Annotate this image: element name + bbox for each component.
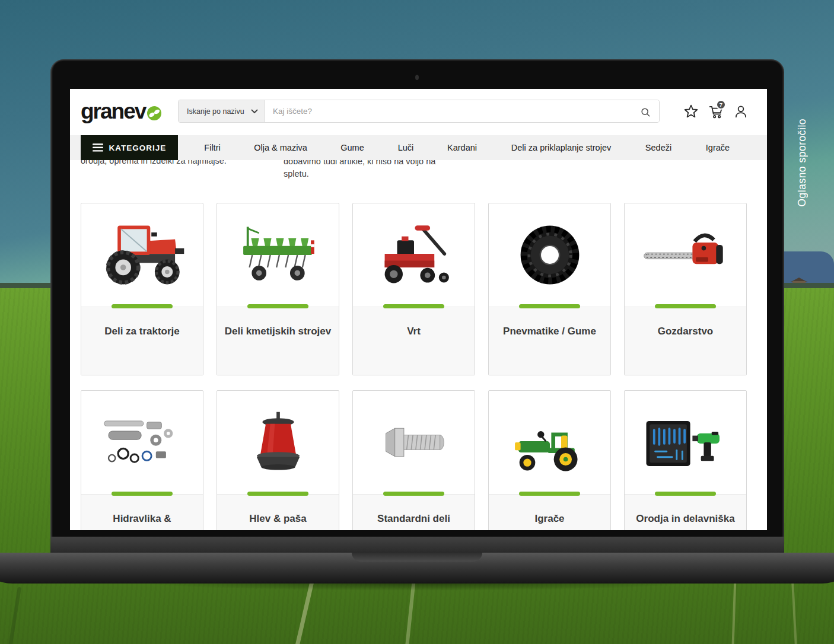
category-accent-bar [655,492,716,496]
ad-disclosure-label: Oglasno sporočilo [796,119,808,207]
account-button[interactable] [733,104,749,119]
category-card-tire[interactable]: Pnevmatike / Gume [488,203,611,375]
lawnmower-image [353,203,475,307]
nav-item-lu-i[interactable]: Luči [398,135,414,160]
category-accent-bar [247,492,308,496]
category-accent-bar [655,304,716,308]
category-title: Hlev & paša [217,494,339,530]
category-title: Gozdarstvo [625,307,746,375]
laptop-notch [352,553,482,562]
laptop-hinge [50,537,784,553]
webcam-icon [415,75,419,80]
chainsaw-image [625,203,746,307]
favorites-button[interactable] [683,104,699,119]
category-title: Deli za traktorje [81,307,203,375]
category-accent-bar [112,304,173,308]
category-title: Deli kmetijskih strojev [217,307,339,375]
nav-item-sede-i[interactable]: Sedeži [645,135,671,160]
feeder-image [217,391,339,494]
nav-item-filtri[interactable]: Filtri [204,135,220,160]
main-nav: KATEGORIJE FiltriOlja & mazivaGumeLučiKa… [70,135,767,160]
bolt-image [353,391,475,494]
category-accent-bar [383,492,444,496]
category-card-tractor[interactable]: Deli za traktorje [81,203,203,375]
category-accent-bar [519,304,580,308]
hamburger-icon [93,144,103,152]
nav-item-kardani[interactable]: Kardani [447,135,477,160]
search-button[interactable] [635,104,655,120]
cart-button[interactable]: 7 [708,104,724,119]
search-scope-dropdown[interactable]: Iskanje po nazivu [179,100,265,122]
category-grid: Deli za traktorje Deli kmetijskih stroje… [81,203,747,530]
category-accent-bar [519,492,580,496]
leaf-o-icon [146,104,163,123]
nav-item-gume[interactable]: Gume [340,135,364,160]
category-card-toy-tractor[interactable]: Igrače [488,390,611,530]
tractor-image [81,203,203,307]
tool-case-image [625,391,746,494]
category-title: Pnevmatike / Gume [489,307,610,375]
category-accent-bar [112,492,173,496]
nav-item-igra-e[interactable]: Igrače [706,135,730,160]
advertisement-banner: granev Iskanje po nazivu 7 orodja, op [0,0,834,644]
category-title: Vrt [353,307,475,375]
chevron-down-icon [251,109,258,114]
logo[interactable]: granev [81,98,163,125]
category-card-seed-drill[interactable]: Deli kmetijskih strojev [217,203,339,375]
category-title: Standardni deli [353,494,475,530]
search-input[interactable] [265,100,659,122]
logo-text: granev [81,98,145,125]
category-title: Hidravlika & [81,494,203,530]
star-icon [683,104,699,119]
search-bar: Iskanje po nazivu [178,100,660,123]
category-accent-bar [247,304,308,308]
nav-item-olja-maziva[interactable]: Olja & maziva [254,135,307,160]
category-card-chainsaw[interactable]: Gozdarstvo [624,203,747,375]
cart-badge: 7 [716,100,726,110]
magnifier-icon [639,106,651,118]
tire-image [489,203,610,307]
category-title: Igrače [489,494,610,530]
category-card-tool-case[interactable]: Orodja in delavniška [624,390,747,530]
toy-tractor-image [489,391,610,494]
category-card-lawnmower[interactable]: Vrt [352,203,475,375]
category-title: Orodja in delavniška [625,494,746,530]
laptop-base [0,553,834,584]
categories-button[interactable]: KATEGORIJE [81,135,178,160]
webshop-page: granev Iskanje po nazivu 7 orodja, op [70,89,767,530]
search-scope-label: Iskanje po nazivu [187,107,244,116]
category-accent-bar [383,304,444,308]
nav-item-deli-za-priklaplanje-strojev[interactable]: Deli za priklaplanje strojev [511,135,611,160]
category-card-feeder[interactable]: Hlev & paša [217,390,339,530]
user-icon [733,104,749,119]
seed-drill-image [217,203,339,307]
category-card-bolt[interactable]: Standardni deli [352,390,475,530]
categories-button-label: KATEGORIJE [109,144,167,152]
hydraulics-image [81,391,203,494]
category-card-hydraulics[interactable]: Hidravlika & [81,390,203,530]
